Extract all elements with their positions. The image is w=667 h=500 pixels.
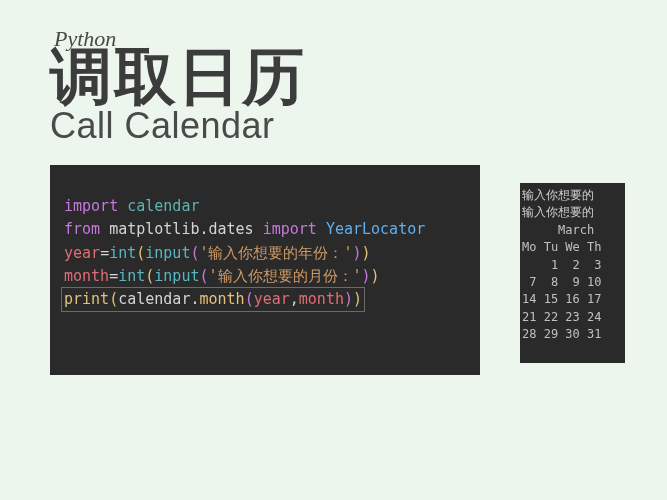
keyword-import: import [263,220,317,238]
builtin-int: int [109,244,136,262]
code-block: import calendar from matplotlib.dates im… [64,195,466,311]
builtin-input: input [145,244,190,262]
calendar-row: 1 2 3 [522,258,609,272]
var-year: year [64,244,100,262]
output-prompt-2: 输入你想要的 [522,205,594,219]
obj-calendar: calendar [118,290,190,308]
terminal-output-panel: 输入你想要的 输入你想要的 March Mo Tu We Th 1 2 3 7 … [520,183,625,363]
calendar-row: 14 15 16 17 [522,292,609,306]
code-editor-panel: import calendar from matplotlib.dates im… [50,165,480,375]
calendar-row: 21 22 23 24 [522,310,609,324]
title-english: Call Calendar [50,105,667,147]
var-month: month [64,267,109,285]
output-month-header: March [522,223,601,237]
keyword-from: from [64,220,100,238]
output-weekdays: Mo Tu We Th [522,240,609,254]
string-year-prompt: '输入你想要的年份：' [199,244,352,262]
keyword-import: import [64,197,118,215]
slide-header: Python 调取日历 Call Calendar [0,0,667,147]
content-row: import calendar from matplotlib.dates im… [50,165,667,375]
title-chinese: 调取日历 [50,44,667,109]
class-yearlocator: YearLocator [326,220,425,238]
calendar-row: 28 29 30 31 [522,327,609,341]
arg-month: month [299,290,344,308]
string-month-prompt: '输入你想要的月份：' [209,267,362,285]
builtin-int: int [118,267,145,285]
active-line: print(calendar.month(year,month)) [61,287,365,312]
builtin-print: print [64,290,109,308]
output-prompt-1: 输入你想要的 [522,188,594,202]
calendar-row: 7 8 9 10 [522,275,609,289]
method-month: month [199,290,244,308]
module-calendar: calendar [127,197,199,215]
module-matplotlib: matplotlib.dates [109,220,254,238]
arg-year: year [254,290,290,308]
builtin-input: input [154,267,199,285]
